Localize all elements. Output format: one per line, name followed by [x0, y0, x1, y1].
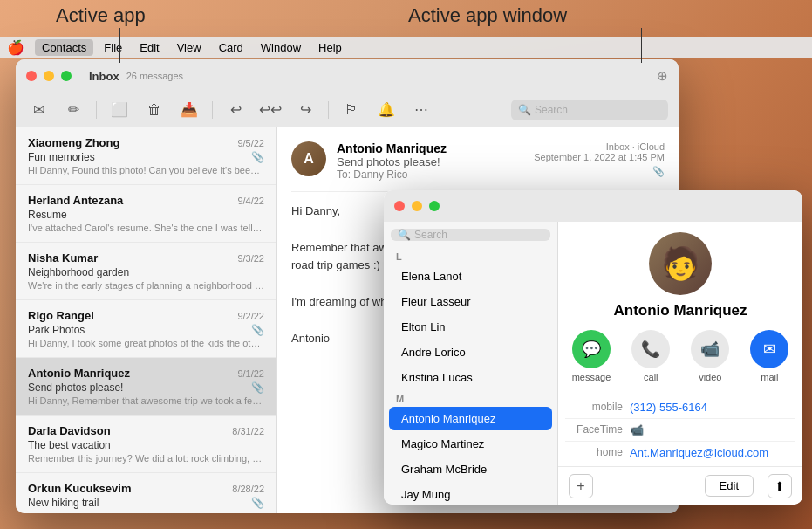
msg-preview: Hi Danny, Remember that awesome trip we …	[28, 395, 264, 406]
add-contact-button[interactable]: +	[569, 474, 593, 498]
move-button[interactable]: 📥	[177, 98, 201, 122]
contact-action-video[interactable]: 📹 video	[691, 330, 729, 382]
attachment-icon: 📎	[251, 151, 264, 163]
maximize-button[interactable]	[61, 71, 72, 81]
contacts-window: 🔍 Search L Elena Lanot Fleur Lasseur Elt…	[384, 190, 802, 505]
msg-date: 9/4/22	[237, 196, 264, 206]
close-button[interactable]	[26, 71, 37, 81]
contact-name-large: Antonio Manriquez	[558, 302, 802, 319]
menubar-view[interactable]: View	[170, 39, 208, 56]
email-from: Antonio Manriquez	[337, 141, 523, 155]
contact-action-mail[interactable]: ✉ mail	[750, 330, 788, 382]
msg-subject: Neighborhood garden	[28, 266, 264, 278]
contact-action-message[interactable]: 💬 message	[572, 330, 611, 382]
share-contact-button[interactable]: ⬆	[768, 474, 792, 498]
search-bar[interactable]: 🔍 Search	[511, 100, 668, 120]
msg-preview: Remember this journey? We did a lot: roc…	[28, 453, 264, 464]
menubar-card[interactable]: Card	[212, 39, 250, 56]
get-mail-button[interactable]: ✉	[26, 98, 51, 122]
msg-sender: Antonio Manriquez	[28, 367, 130, 380]
contact-actions: 💬 message 📞 call 📹 video ✉ mail	[558, 330, 802, 382]
mail-action-icon: ✉	[750, 330, 788, 368]
message-action-icon: 💬	[572, 330, 611, 368]
delete-button[interactable]: 🗑	[142, 98, 167, 122]
email-date: September 1, 2022 at 1:45 PM	[534, 152, 665, 162]
contact-item-magico[interactable]: Magico Martinez	[389, 432, 552, 456]
reply-button[interactable]: ↩	[223, 98, 248, 122]
contacts-list-panel: 🔍 Search L Elena Lanot Fleur Lasseur Elt…	[384, 190, 558, 505]
email-to: To: Danny Rico	[337, 168, 523, 181]
contact-item-andre[interactable]: Andre Lorico	[389, 340, 552, 364]
contacts-maximize-button[interactable]	[429, 201, 440, 211]
contacts-minimize-button[interactable]	[412, 201, 422, 211]
annotation-line-app	[119, 28, 120, 63]
info-value-mobile[interactable]: (312) 555-6164	[626, 396, 795, 419]
menubar-contacts[interactable]: Contacts	[35, 39, 93, 56]
contact-item-graham[interactable]: Graham McBride	[389, 457, 552, 481]
mail-title: Inbox	[89, 70, 119, 83]
contacts-close-button[interactable]	[394, 201, 405, 211]
msg-sender: Xiaomeng Zhong	[28, 136, 119, 149]
edit-contact-button[interactable]: Edit	[705, 475, 754, 497]
contact-item-elton[interactable]: Elton Lin	[389, 315, 552, 339]
search-icon: 🔍	[518, 104, 531, 116]
message-item[interactable]: Rigo Rangel 9/2/22 Park Photos 📎 Hi Dann…	[16, 300, 276, 358]
info-value-facetime[interactable]: 📹	[626, 419, 795, 442]
msg-sender: Rigo Rangel	[28, 309, 94, 322]
message-item[interactable]: Herland Antezana 9/4/22 Resume I've atta…	[16, 185, 276, 243]
info-row-mobile: mobile (312) 555-6164	[565, 396, 795, 419]
msg-date: 8/31/22	[232, 426, 264, 436]
info-label-mobile: mobile	[565, 396, 626, 419]
flag-button[interactable]: 🏳	[339, 98, 364, 122]
info-row-email: home Ant.Manriquez@icloud.com	[565, 442, 795, 464]
msg-date: 9/2/22	[237, 311, 264, 321]
compose-button[interactable]: ✏	[61, 98, 85, 122]
archive-button[interactable]: ⬜	[107, 98, 132, 122]
sender-avatar: A	[291, 141, 326, 176]
reply-all-button[interactable]: ↩↩	[258, 98, 283, 122]
message-item[interactable]: Orkun Kucuksevim 8/28/22 New hiking trai…	[16, 473, 276, 513]
toolbar-separator-3	[328, 101, 329, 119]
msg-preview: Hi Danny, I took some great photos of th…	[28, 338, 264, 348]
message-list[interactable]: Xiaomeng Zhong 9/5/22 Fun memories 📎 Hi …	[16, 127, 277, 513]
info-row-facetime: FaceTime 📹	[565, 419, 795, 442]
message-item[interactable]: Xiaomeng Zhong 9/5/22 Fun memories 📎 Hi …	[16, 127, 276, 185]
call-action-icon: 📞	[631, 330, 670, 368]
search-placeholder: Search	[535, 104, 568, 116]
mail-toolbar: ✉ ✏ ⬜ 🗑 📥 ↩ ↩↩ ↪ 🏳 🔔 ⋯ 🔍 Search	[16, 93, 679, 127]
menubar-edit[interactable]: Edit	[133, 39, 166, 56]
contact-item-antonio[interactable]: Antonio Manriquez	[389, 407, 552, 430]
message-item[interactable]: Nisha Kumar 9/3/22 Neighborhood garden W…	[16, 243, 276, 300]
mail-action-label: mail	[761, 372, 778, 382]
apple-menu[interactable]: 🍎	[7, 39, 24, 56]
msg-subject: New hiking trail 📎	[28, 497, 264, 509]
forward-button[interactable]: ↪	[293, 98, 317, 122]
minimize-button[interactable]	[44, 71, 54, 81]
menubar-file[interactable]: File	[97, 39, 129, 56]
compose-icon[interactable]: ⊕	[657, 68, 668, 84]
contact-item-elena[interactable]: Elena Lanot	[389, 264, 552, 288]
info-value-email[interactable]: Ant.Manriquez@icloud.com	[626, 442, 795, 464]
msg-preview: Hi Danny, Found this photo! Can you beli…	[28, 165, 264, 175]
active-app-window-annotation: Active app window	[408, 4, 567, 27]
contact-item-fleur[interactable]: Fleur Lasseur	[389, 290, 552, 313]
message-item-selected[interactable]: Antonio Manriquez 9/1/22 Send photos ple…	[16, 358, 276, 416]
contact-footer: + Edit ⬆	[558, 466, 802, 505]
more-button[interactable]: ⋯	[409, 98, 433, 122]
active-app-annotation: Active app	[56, 4, 146, 27]
search-icon: 🔍	[398, 229, 411, 241]
contacts-search[interactable]: 🔍 Search	[391, 229, 550, 241]
contact-action-call[interactable]: 📞 call	[631, 330, 670, 382]
info-label-facetime: FaceTime	[565, 419, 626, 442]
contact-item-jay[interactable]: Jay Mung	[389, 483, 552, 505]
notify-button[interactable]: 🔔	[374, 98, 399, 122]
menubar-window[interactable]: Window	[254, 39, 308, 56]
video-action-label: video	[699, 372, 721, 382]
toolbar-separator-1	[96, 101, 97, 119]
attachment-icon: 📎	[251, 497, 264, 509]
message-item[interactable]: Darla Davidson 8/31/22 The best vacation…	[16, 416, 276, 473]
contact-item-kristina[interactable]: Kristina Lucas	[389, 366, 552, 389]
menubar-help[interactable]: Help	[311, 39, 349, 56]
msg-sender: Nisha Kumar	[28, 251, 98, 264]
email-time-info: Inbox · iCloud September 1, 2022 at 1:45…	[534, 141, 665, 177]
